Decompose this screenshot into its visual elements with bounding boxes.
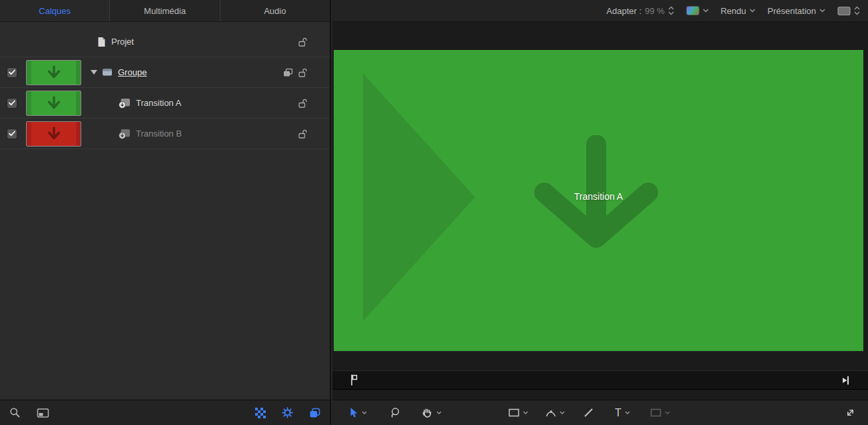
chevron-down-icon bbox=[523, 411, 528, 414]
expand-button[interactable] bbox=[845, 407, 856, 418]
layer-label: Transition B bbox=[136, 129, 182, 139]
lasso-icon bbox=[390, 407, 401, 418]
display-icon bbox=[837, 6, 851, 16]
render-label: Rendu bbox=[721, 6, 746, 16]
layer-label: Transition A bbox=[136, 98, 181, 108]
transition-a-thumbnail bbox=[26, 91, 81, 116]
range-end-marker-icon[interactable] bbox=[841, 376, 849, 388]
lock-icon[interactable] bbox=[298, 67, 308, 77]
shape-tool[interactable] bbox=[508, 408, 528, 418]
adjust-tool[interactable] bbox=[390, 407, 401, 418]
bezier-tool[interactable] bbox=[546, 408, 565, 418]
playhead-marker-icon[interactable] bbox=[350, 374, 358, 389]
lock-icon[interactable] bbox=[298, 37, 308, 47]
zoom-value: 99 % bbox=[645, 6, 665, 16]
zoom-label: Adapter : bbox=[606, 6, 642, 16]
groupe-thumbnail bbox=[26, 60, 81, 85]
stage[interactable]: Transition A bbox=[334, 50, 863, 351]
display-menu[interactable] bbox=[837, 6, 860, 16]
select-arrow-icon bbox=[350, 407, 358, 418]
panel-tab-bar: Calques Multimédia Audio bbox=[0, 0, 330, 22]
layers-panel: Calques Multimédia Audio Projet bbox=[0, 0, 331, 425]
zoom-menu[interactable]: Adapter : 99 % bbox=[606, 6, 673, 16]
canvas-area: Transition A bbox=[332, 22, 868, 400]
chevron-down-icon bbox=[703, 9, 709, 13]
layer-row-transition-b[interactable]: Transition B bbox=[0, 119, 330, 149]
stepper-icon bbox=[854, 6, 860, 15]
transition-b-checkbox[interactable] bbox=[7, 129, 17, 139]
timeline-scrubber[interactable] bbox=[332, 370, 868, 390]
tab-calques[interactable]: Calques bbox=[0, 0, 110, 21]
rect-icon bbox=[650, 408, 661, 418]
chevron-down-icon bbox=[560, 411, 565, 414]
select-tool[interactable] bbox=[350, 407, 367, 418]
checkerboard-icon[interactable] bbox=[255, 408, 266, 418]
bezier-icon bbox=[546, 408, 556, 418]
layers-panel-toggles bbox=[255, 407, 320, 418]
group-stack-icon[interactable] bbox=[283, 68, 293, 77]
chevron-down-icon bbox=[625, 411, 630, 414]
chevron-down-icon bbox=[749, 9, 755, 13]
expand-icon bbox=[845, 407, 856, 418]
text-tool[interactable]: T bbox=[615, 408, 630, 418]
tab-audio[interactable]: Audio bbox=[220, 0, 330, 21]
search-icon[interactable] bbox=[9, 407, 21, 418]
chevron-down-icon bbox=[665, 411, 670, 414]
hand-icon bbox=[421, 407, 433, 418]
layer-row-groupe[interactable]: Groupe bbox=[0, 57, 330, 88]
layer-label: Projet bbox=[111, 37, 134, 47]
gear-icon[interactable] bbox=[282, 407, 293, 418]
stepper-icon bbox=[668, 6, 674, 15]
file-icon bbox=[97, 37, 106, 47]
text-tool-label: T bbox=[615, 408, 622, 418]
tab-multimedia[interactable]: Multimédia bbox=[110, 0, 220, 21]
group-icon bbox=[102, 68, 113, 77]
line-tool[interactable] bbox=[584, 408, 594, 418]
line-icon bbox=[584, 408, 594, 418]
motion-app-window: Calques Multimédia Audio Projet bbox=[0, 0, 868, 425]
disclosure-triangle-icon[interactable] bbox=[91, 70, 97, 75]
transition-b-thumbnail bbox=[26, 121, 81, 147]
render-menu[interactable]: Rendu bbox=[721, 6, 755, 16]
pan-tool[interactable] bbox=[421, 407, 442, 418]
layers-icon[interactable] bbox=[309, 408, 320, 418]
canvas-panel: Adapter : 99 % Rendu Présentation bbox=[332, 0, 868, 425]
chevron-down-icon bbox=[362, 411, 367, 414]
transition-a-checkbox[interactable] bbox=[7, 98, 17, 109]
view-menu[interactable]: Présentation bbox=[767, 6, 825, 16]
canvas-tools-toolbar: T bbox=[332, 400, 868, 425]
rect-icon bbox=[508, 408, 520, 418]
chevron-down-icon bbox=[819, 9, 825, 13]
layer-list: Projet Groupe bbox=[0, 23, 330, 399]
layer-row-transition-a[interactable]: Transition A bbox=[0, 88, 330, 119]
thumbnail-arrow-icon bbox=[45, 64, 63, 81]
preview-frame-icon[interactable] bbox=[37, 408, 49, 418]
mask-tool-disabled[interactable] bbox=[650, 408, 670, 418]
layer-row-projet[interactable]: Projet bbox=[0, 27, 330, 57]
thumbnail-arrow-icon bbox=[45, 95, 63, 112]
view-label: Présentation bbox=[767, 6, 816, 16]
chevron-down-icon bbox=[436, 411, 442, 414]
channel-swatch bbox=[686, 6, 699, 15]
stage-label: Transition A bbox=[334, 191, 863, 202]
transition-icon bbox=[119, 98, 131, 109]
canvas-toolbar: Adapter : 99 % Rendu Présentation bbox=[332, 0, 868, 22]
groupe-checkbox[interactable] bbox=[7, 67, 17, 78]
layers-panel-toolbar bbox=[0, 400, 330, 425]
lock-icon[interactable] bbox=[298, 129, 308, 139]
lock-icon[interactable] bbox=[298, 98, 308, 108]
channel-menu[interactable] bbox=[686, 6, 709, 15]
thumbnail-arrow-icon bbox=[45, 125, 63, 143]
layer-label[interactable]: Groupe bbox=[118, 67, 147, 77]
transition-icon bbox=[119, 129, 131, 139]
